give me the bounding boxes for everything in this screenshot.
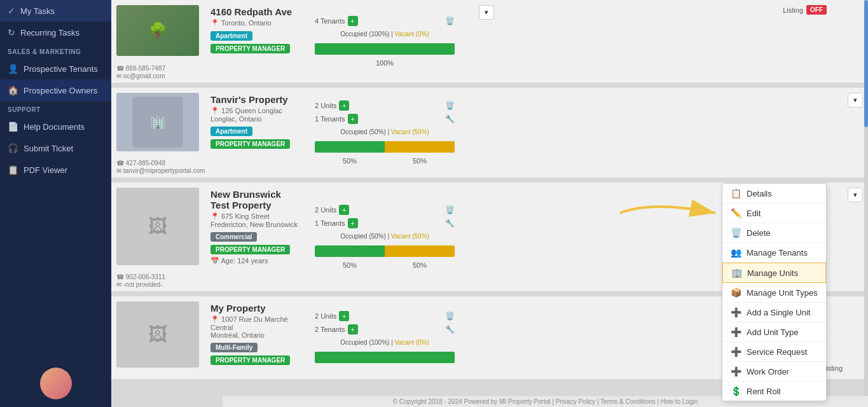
occupancy-text: Occupied (100%) | Vacant (0%) bbox=[315, 339, 455, 346]
rent-roll-icon: 💲 bbox=[730, 386, 741, 396]
units-row: 4 Tenants + 🗑️ bbox=[315, 16, 455, 26]
delete-icon: 🗑️ bbox=[730, 228, 741, 238]
calendar-icon: 📅 bbox=[210, 257, 219, 265]
property-image: 🖼 bbox=[116, 301, 199, 368]
dropdown-item-add-single-unit[interactable]: ➕ Add a Single Unit bbox=[722, 303, 826, 322]
help-icon: 📄 bbox=[8, 121, 18, 132]
occupancy-text: Occupied (50%) | Vacant (50%) bbox=[315, 128, 455, 135]
sidebar-item-pdf-viewer[interactable]: 📋 PDF Viewer bbox=[0, 159, 111, 181]
tag-apartment: Apartment bbox=[210, 31, 252, 41]
contact-info: ☎ 888-585-7487 ✉ sc@gmail.com bbox=[111, 62, 308, 83]
dropdown-item-rent-roll[interactable]: 💲 Rent Roll bbox=[722, 382, 826, 401]
property-tags: Commercial PROPERTY MANAGER bbox=[210, 232, 302, 254]
tenants-label: 1 Tenants + bbox=[315, 218, 358, 228]
tag-multifamily: Multi-Family bbox=[210, 343, 258, 352]
recurring-icon: ↻ bbox=[8, 27, 15, 38]
dropdown-item-delete[interactable]: 🗑️ Delete bbox=[722, 223, 826, 243]
pin-icon: 📍 bbox=[210, 212, 219, 220]
units-label: 2 Units + bbox=[315, 100, 349, 111]
sidebar-item-my-tasks[interactable]: ✓ My Tasks bbox=[0, 0, 111, 22]
tag-propmanager: PROPERTY MANAGER bbox=[210, 355, 290, 365]
property-actions: Listing OFF ▾ bbox=[461, 0, 499, 83]
tenant-icon: 🗑️ bbox=[445, 17, 455, 25]
pdf-icon: 📋 bbox=[8, 165, 18, 175]
dropdown-item-add-unit-type[interactable]: ➕ Add Unit Type bbox=[722, 322, 826, 342]
tenant-icon: 🔧 bbox=[445, 114, 455, 123]
add-unit-btn[interactable]: + bbox=[339, 100, 349, 111]
property-actions: ▾ bbox=[461, 88, 499, 177]
dropdown-item-manage-units[interactable]: 🏢 Manage Units bbox=[722, 263, 826, 283]
pin-icon: 📍 bbox=[210, 19, 219, 27]
dropdown-item-details[interactable]: 📋 Details bbox=[722, 184, 826, 204]
edit-icon: ✏️ bbox=[730, 208, 741, 218]
property-address: 📍 1007 Rue Du Marché Central Montréal, O… bbox=[210, 315, 302, 339]
dropdown-button[interactable]: ▾ bbox=[848, 93, 863, 107]
units-row: 2 Units + 🗑️ bbox=[315, 100, 455, 111]
service-request-icon: ➕ bbox=[730, 347, 741, 357]
tenants-row: 1 Tenants + 🔧 bbox=[315, 114, 455, 124]
unit-icon: 🗑️ bbox=[445, 205, 455, 214]
ticket-icon: 🎧 bbox=[8, 143, 18, 153]
add-tenant-btn[interactable]: + bbox=[348, 16, 358, 26]
tenant-icon: 🔧 bbox=[445, 325, 455, 334]
contact-info: ☎ 427-885-0948 ✉ tanvir@mipropertyportal… bbox=[111, 156, 308, 177]
add-unit-type-icon: ➕ bbox=[730, 327, 741, 337]
dropdown-item-edit[interactable]: ✏️ Edit bbox=[722, 204, 826, 223]
sidebar-item-recurring-tasks[interactable]: ↻ Recurring Tasks bbox=[0, 22, 111, 43]
add-tenant-btn[interactable]: + bbox=[348, 324, 358, 335]
tenants-row: 2 Tenants + 🔧 bbox=[315, 324, 455, 335]
property-left: 🌳 4160 Redpath Ave 📍 Toronto, Ontario Ap… bbox=[111, 0, 308, 83]
add-tenant-btn[interactable]: + bbox=[348, 114, 358, 124]
manage-tenants-icon: 👥 bbox=[730, 247, 741, 258]
units-label: 2 Units + bbox=[315, 205, 349, 215]
tasks-icon: ✓ bbox=[8, 6, 15, 16]
property-card: 🌳 4160 Redpath Ave 📍 Toronto, Ontario Ap… bbox=[111, 0, 868, 83]
progress-green bbox=[315, 43, 455, 55]
add-tenant-btn[interactable]: + bbox=[348, 218, 358, 228]
sidebar-item-help-documents[interactable]: 📄 Help Documents bbox=[0, 116, 111, 137]
progress-yellow bbox=[385, 141, 455, 153]
scroll-indicator[interactable] bbox=[864, 0, 868, 407]
progress-bar bbox=[315, 352, 455, 363]
dropdown-item-manage-unit-types[interactable]: 📦 Manage Unit Types bbox=[722, 283, 826, 303]
sales-marketing-header: SALES & MARKETING bbox=[0, 43, 111, 58]
pin-icon: 📍 bbox=[210, 315, 219, 323]
sidebar-item-submit-ticket[interactable]: 🎧 Submit Ticket bbox=[0, 137, 111, 159]
tenants-label: 1 Tenants + bbox=[315, 114, 358, 124]
dropdown-item-manage-tenants[interactable]: 👥 Manage Tenants bbox=[722, 243, 826, 263]
tag-commercial: Commercial bbox=[210, 232, 257, 242]
dropdown-item-work-order[interactable]: ➕ Work Order bbox=[722, 362, 826, 382]
add-unit-btn[interactable]: + bbox=[339, 311, 349, 321]
dropdown-menu: 📋 Details ✏️ Edit 🗑️ Delete 👥 Manage Ten… bbox=[722, 183, 827, 401]
dropdown-item-service-request[interactable]: ➕ Service Request bbox=[722, 342, 826, 362]
tenant-icon: 🔧 bbox=[445, 219, 455, 228]
property-tags: Apartment PROPERTY MANAGER bbox=[210, 127, 302, 149]
support-header: SUPPORT bbox=[0, 101, 111, 116]
card-inner: 🏢 Tanvir's Property 📍 126 Queen Longlac … bbox=[111, 88, 308, 156]
sidebar-bottom bbox=[0, 360, 111, 407]
dropdown-button[interactable]: ▾ bbox=[848, 188, 863, 202]
property-tags: Multi-Family PROPERTY MANAGER bbox=[210, 343, 302, 365]
progress-bar bbox=[315, 43, 455, 55]
sidebar-item-prospective-owners[interactable]: 🏠 Prospective Owners bbox=[0, 79, 111, 101]
property-info: 4160 Redpath Ave 📍 Toronto, Ontario Apar… bbox=[204, 0, 308, 61]
contact-info: ☎ 902-006-3311 ✉ -not provided- bbox=[111, 270, 308, 291]
property-left: 🖼 New Brunswick Test Property 📍 675 King… bbox=[111, 183, 308, 291]
tag-apartment: Apartment bbox=[210, 127, 252, 136]
manage-unit-types-icon: 📦 bbox=[730, 287, 741, 298]
property-left: 🖼 My Property 📍 1007 Rue Du Marché Centr… bbox=[111, 296, 308, 379]
property-card: 🏢 Tanvir's Property 📍 126 Queen Longlac … bbox=[111, 88, 868, 177]
units-row: 2 Units + 🗑️ bbox=[315, 311, 455, 321]
property-image: 🌳 bbox=[116, 5, 199, 56]
progress-bar bbox=[315, 245, 455, 257]
property-actions: ON Listing bbox=[461, 296, 499, 379]
add-unit-btn[interactable]: + bbox=[339, 205, 349, 215]
sidebar-item-prospective-tenants[interactable]: 👤 Prospective Tenants bbox=[0, 58, 111, 79]
dropdown-button[interactable]: ▾ bbox=[479, 5, 494, 20]
progress-bar bbox=[315, 141, 455, 153]
units-label: 2 Units + bbox=[315, 311, 349, 321]
details-icon: 📋 bbox=[730, 188, 741, 198]
unit-icon: 🗑️ bbox=[445, 312, 455, 321]
property-tags: Apartment PROPERTY MANAGER bbox=[210, 31, 302, 53]
property-info: New Brunswick Test Property 📍 675 King S… bbox=[204, 183, 308, 270]
